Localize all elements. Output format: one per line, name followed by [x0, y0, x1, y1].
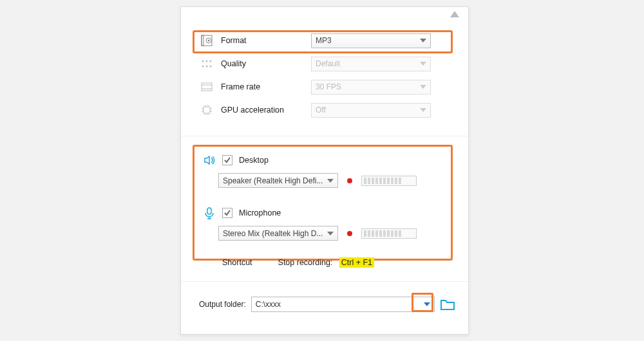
mic-device-value: Stereo Mix (Realtek High D... [223, 229, 323, 238]
svg-point-8 [206, 66, 208, 68]
video-settings-section: Format MP3 Quality Default [181, 29, 468, 134]
mic-audio-block: Microphone Stereo Mix (Realtek High D... [181, 201, 468, 254]
stop-recording-hotkey: Ctrl + F1 [339, 257, 374, 268]
output-folder-input[interactable]: C:\xxxx [251, 297, 435, 312]
svg-rect-10 [202, 83, 212, 91]
gpu-select: Off [311, 103, 431, 118]
svg-rect-0 [202, 35, 212, 46]
quality-icon [199, 59, 214, 68]
chevron-down-icon [420, 62, 426, 66]
record-indicator-icon [347, 178, 352, 183]
format-label: Format [214, 36, 311, 45]
framerate-label: Frame rate [214, 82, 311, 91]
mic-label: Microphone [239, 208, 281, 217]
framerate-icon [199, 82, 214, 91]
gpu-label: GPU acceleration [214, 106, 311, 115]
format-value: MP3 [316, 36, 332, 45]
shortcut-row: Shortcut Stop recording: Ctrl + F1 [181, 258, 468, 267]
mic-device-select[interactable]: Stereo Mix (Realtek High D... [218, 226, 338, 241]
quality-label: Quality [214, 59, 311, 68]
stop-recording-label: Stop recording: [278, 258, 333, 267]
svg-point-5 [206, 60, 208, 62]
framerate-value: 30 FPS [316, 82, 341, 91]
format-row: Format MP3 [181, 29, 468, 52]
mic-vu-meter [361, 228, 417, 239]
framerate-row: Frame rate 30 FPS [181, 75, 468, 98]
chevron-down-icon[interactable] [424, 302, 430, 306]
shortcut-label: Shortcut [222, 258, 252, 267]
gpu-value: Off [316, 106, 326, 115]
microphone-icon [203, 207, 216, 219]
divider [181, 136, 468, 136]
collapse-arrow-icon[interactable] [450, 11, 459, 17]
speaker-icon [203, 154, 216, 167]
svg-rect-1 [202, 35, 204, 46]
audio-section: Desktop Speaker (Realtek High Defi... [181, 149, 468, 254]
chevron-down-icon [420, 108, 426, 112]
quality-select: Default [311, 57, 431, 71]
format-select[interactable]: MP3 [311, 33, 431, 48]
record-indicator-icon [347, 231, 352, 236]
quality-value: Default [316, 59, 340, 68]
output-folder-row: Output folder: C:\xxxx [181, 288, 468, 312]
settings-panel: Format MP3 Quality Default [180, 6, 469, 335]
svg-point-4 [202, 60, 204, 62]
desktop-label: Desktop [239, 156, 269, 165]
mic-checkbox[interactable] [222, 208, 232, 218]
desktop-device-select[interactable]: Speaker (Realtek High Defi... [218, 173, 338, 188]
output-folder-label: Output folder: [199, 300, 246, 309]
gpu-icon [199, 104, 214, 116]
svg-point-7 [202, 66, 204, 68]
browse-folder-icon[interactable] [440, 298, 455, 311]
chevron-down-icon [327, 232, 334, 235]
desktop-audio-block: Desktop Speaker (Realtek High Defi... [181, 149, 468, 201]
desktop-device-value: Speaker (Realtek High Defi... [223, 176, 323, 185]
quality-row: Quality Default [181, 52, 468, 75]
gpu-row: GPU acceleration Off [181, 98, 468, 122]
format-icon [199, 35, 214, 46]
output-folder-value: C:\xxxx [256, 300, 281, 309]
desktop-vu-meter [361, 176, 417, 186]
desktop-checkbox[interactable] [222, 155, 232, 165]
svg-rect-13 [204, 107, 210, 113]
framerate-select: 30 FPS [311, 80, 431, 95]
chevron-down-icon [327, 179, 334, 183]
svg-point-3 [208, 40, 210, 42]
divider [181, 281, 468, 282]
chevron-down-icon [420, 85, 426, 89]
svg-rect-22 [207, 208, 211, 214]
chevron-down-icon [420, 39, 426, 42]
svg-point-9 [210, 66, 212, 68]
svg-point-6 [210, 60, 212, 62]
